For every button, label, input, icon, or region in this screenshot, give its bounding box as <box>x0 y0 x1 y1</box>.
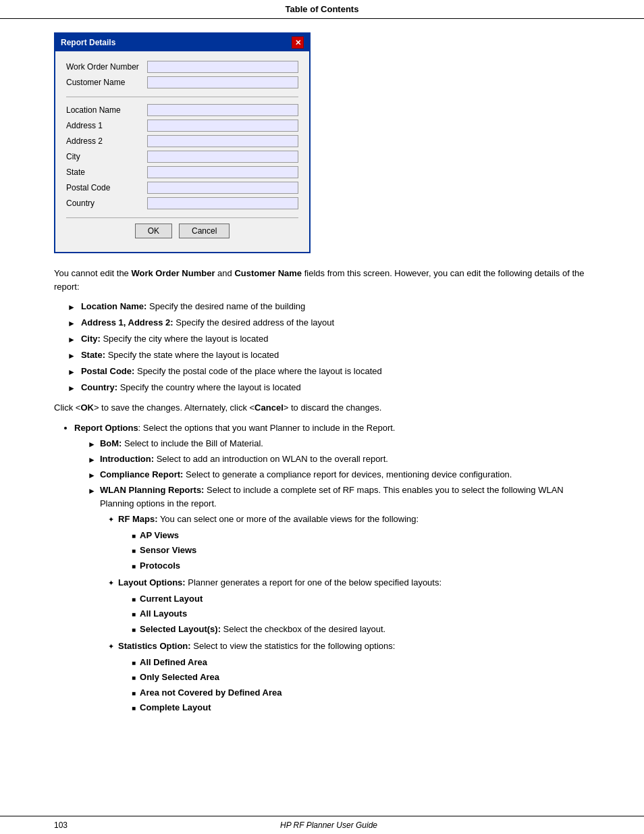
location-name-input[interactable] <box>147 104 298 116</box>
work-order-input[interactable] <box>147 61 298 73</box>
protocols-text: Protocols <box>140 559 180 573</box>
intro-paragraph: You cannot edit the Work Order Number an… <box>54 267 590 293</box>
list-item-address: ► Address 1, Address 2: Specify the desi… <box>68 316 590 330</box>
current-layout-item: ■ Current Layout <box>132 592 441 606</box>
page-header: Table of Contents <box>0 0 644 19</box>
customer-name-input[interactable] <box>147 76 298 88</box>
country-input[interactable] <box>147 197 298 209</box>
protocols-item: ■ Protocols <box>132 559 419 573</box>
dialog-body: Work Order Number Customer Name Location… <box>55 51 309 252</box>
statistics-square-list: ■ All Defined Area ■ Only Selected Area … <box>132 656 395 714</box>
square-icon: ■ <box>132 673 136 683</box>
address2-label: Address 2 <box>66 136 147 146</box>
details-list: ► Location Name: Specify the desired nam… <box>68 300 590 394</box>
ok-button[interactable]: OK <box>135 224 172 238</box>
sensor-views-item: ■ Sensor Views <box>132 544 419 557</box>
arrow-icon: ► <box>68 301 76 313</box>
wlan-planning-text: WLAN Planning Reports: Select to include… <box>100 484 590 510</box>
close-icon: ✕ <box>295 38 301 47</box>
country-field: Country <box>66 197 298 209</box>
list-item-country: ► Country: Specify the country where the… <box>68 381 590 394</box>
bold-customer-name: Customer Name <box>234 268 302 278</box>
square-icon: ■ <box>132 609 136 619</box>
city-input[interactable] <box>147 151 298 163</box>
current-layout-text: Current Layout <box>140 592 203 606</box>
ok-ref: OK <box>80 402 94 413</box>
address1-field: Address 1 <box>66 120 298 132</box>
square-icon: ■ <box>132 561 136 571</box>
rf-maps-item: ✦ RF Maps: You can select one or more of… <box>108 513 590 574</box>
complete-layout-text: Complete Layout <box>140 701 211 714</box>
arrow-icon: ► <box>68 334 76 346</box>
page: Table of Contents Report Details ✕ Work … <box>0 0 644 834</box>
only-selected-area-item: ■ Only Selected Area <box>132 671 395 684</box>
all-layouts-item: ■ All Layouts <box>132 607 441 621</box>
list-item-location: ► Location Name: Specify the desired nam… <box>68 300 590 313</box>
arrow-icon: ► <box>88 469 96 481</box>
dialog-section-2: Location Name Address 1 Address 2 C <box>66 104 298 209</box>
square-icon: ■ <box>132 688 136 698</box>
layout-options-content: Layout Options: Planner generates a repo… <box>118 576 441 637</box>
arrow-icon: ► <box>68 366 76 378</box>
city-field: City <box>66 151 298 163</box>
introduction-item: ► Introduction: Select to add an introdu… <box>88 452 590 466</box>
bom-item: ► BoM: Select to include the Bill of Mat… <box>88 437 590 450</box>
layout-options-square-list: ■ Current Layout ■ All Layouts ■ Selecte… <box>132 592 441 636</box>
wlan-planning-item: ► WLAN Planning Reports: Select to inclu… <box>88 484 590 510</box>
arrow-icon: ► <box>68 317 76 330</box>
address2-field: Address 2 <box>66 135 298 147</box>
state-input[interactable] <box>147 166 298 178</box>
address1-label: Address 1 <box>66 121 147 130</box>
page-number: 103 <box>54 820 68 830</box>
page-footer: 103 HP RF Planner User Guide <box>0 816 644 834</box>
city-label: City <box>66 152 147 161</box>
address2-input[interactable] <box>147 135 298 147</box>
report-options-item: Report Options: Select the options that … <box>74 421 590 716</box>
location-name-field: Location Name <box>66 104 298 116</box>
dialog-wrapper: Report Details ✕ Work Order Number Custo… <box>54 32 590 253</box>
list-item-text: Postal Code: Specify the postal code of … <box>81 365 382 378</box>
diamond-icon: ✦ <box>108 577 114 589</box>
square-icon: ■ <box>132 594 136 604</box>
statistics-option-content: Statistics Option: Select to view the st… <box>118 640 395 716</box>
click-text-paragraph: Click <OK> to save the changes. Alternat… <box>54 401 590 415</box>
state-field: State <box>66 166 298 178</box>
list-item-text: City: Specify the city where the layout … <box>81 332 268 346</box>
list-item-text: State: Specify the state where the layou… <box>81 348 279 362</box>
ap-views-text: AP Views <box>140 529 179 542</box>
footer-title: HP RF Planner User Guide <box>280 820 377 830</box>
postal-code-input[interactable] <box>147 182 298 194</box>
country-label: Country <box>66 199 147 208</box>
list-item-postal: ► Postal Code: Specify the postal code o… <box>68 365 590 378</box>
cancel-ref: Cancel <box>254 402 284 413</box>
dialog-title: Report Details <box>61 38 115 47</box>
all-defined-area-item: ■ All Defined Area <box>132 656 395 669</box>
square-icon: ■ <box>132 546 136 556</box>
area-not-covered-item: ■ Area not Covered by Defined Area <box>132 686 395 700</box>
statistics-option-text: Statistics Option: Select to view the st… <box>118 641 395 651</box>
dialog-close-button[interactable]: ✕ <box>292 36 304 49</box>
square-icon: ■ <box>132 658 136 668</box>
compliance-item: ► Compliance Report: Select to generate … <box>88 468 590 481</box>
cancel-button[interactable]: Cancel <box>179 224 230 238</box>
postal-code-label: Postal Code <box>66 183 147 192</box>
list-item-city: ► City: Specify the city where the layou… <box>68 332 590 346</box>
complete-layout-item: ■ Complete Layout <box>132 701 395 714</box>
report-options-sub-list: ► BoM: Select to include the Bill of Mat… <box>88 437 590 510</box>
square-icon: ■ <box>132 703 136 713</box>
diamond-icon: ✦ <box>108 514 114 525</box>
rf-maps-square-list: ■ AP Views ■ Sensor Views ■ Protocols <box>132 529 419 573</box>
square-icon: ■ <box>132 531 136 541</box>
customer-name-field: Customer Name <box>66 76 298 88</box>
square-icon: ■ <box>132 625 136 635</box>
state-label: State <box>66 167 147 177</box>
postal-code-field: Postal Code <box>66 182 298 194</box>
area-not-covered-text: Area not Covered by Defined Area <box>140 686 281 700</box>
only-selected-area-text: Only Selected Area <box>140 671 219 684</box>
arrow-icon: ► <box>88 454 96 466</box>
all-layouts-text: All Layouts <box>140 607 187 621</box>
address1-input[interactable] <box>147 120 298 132</box>
statistics-option-item: ✦ Statistics Option: Select to view the … <box>108 640 590 716</box>
report-options-text: Report Options: Select the options that … <box>74 423 395 433</box>
sensor-views-text: Sensor Views <box>140 544 196 557</box>
